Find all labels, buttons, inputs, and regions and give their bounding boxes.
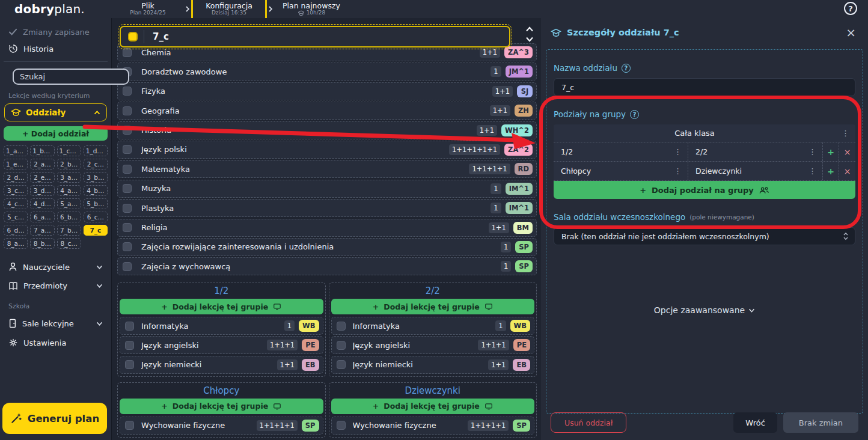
breadcrumb-configuration[interactable]: Konfiguracja Dzisiaj 16:35 (193, 0, 265, 18)
class-chip[interactable]: 6_d… (4, 225, 28, 236)
class-chip[interactable]: 2_d… (4, 172, 28, 183)
class-chip[interactable]: 2_c… (84, 159, 108, 170)
subject-checkbox[interactable] (337, 360, 346, 369)
add-lesson-button[interactable]: +Dodaj lekcję tej grupie (331, 299, 535, 314)
subject-checkbox[interactable] (125, 322, 134, 331)
subject-checkbox[interactable] (123, 48, 132, 57)
subject-row[interactable]: Język angielski1+1+1PE (120, 336, 323, 354)
class-chip[interactable]: 1_e_… (4, 159, 28, 170)
class-chip[interactable]: 3_a… (57, 172, 81, 183)
subject-checkbox[interactable] (337, 421, 346, 430)
subject-row[interactable]: Fizyka1+1SJ (117, 82, 537, 100)
kebab-menu-icon[interactable]: ⋮ (668, 147, 688, 156)
room-select[interactable]: Brak (ten oddział nie jest oddziałem wcz… (554, 227, 855, 245)
subject-row[interactable]: Doradztwo zawodowe1JM^1 (117, 63, 537, 81)
subject-row[interactable]: Muzyka1IM^1 (117, 180, 537, 198)
add-group-button[interactable]: + (823, 142, 839, 161)
subject-checkbox[interactable] (125, 360, 134, 369)
breadcrumb-latest-plan[interactable]: Plan najnowszy 10h/28 (274, 0, 349, 18)
search-input[interactable] (13, 69, 129, 85)
delete-class-button[interactable]: Usuń oddział (551, 412, 626, 433)
subject-row[interactable]: Religia1+1BM (117, 219, 537, 237)
subject-row[interactable]: Zajęcia rozwijające zainteresowania i uz… (117, 238, 537, 256)
subject-row[interactable]: Informatyka1WB (331, 317, 535, 335)
split-cell-left[interactable]: 1/2⋮ (554, 142, 688, 161)
subject-row[interactable]: Matematyka1+1+1+1RD (117, 160, 537, 178)
class-name-input[interactable] (554, 78, 855, 96)
class-chip[interactable]: 6_a… (30, 212, 54, 222)
subject-checkbox[interactable] (123, 145, 132, 154)
subject-row[interactable]: Plastyka1IM^1 (117, 199, 537, 217)
split-cell-right[interactable]: Dziewczynki⋮ (688, 162, 823, 180)
kebab-menu-icon[interactable]: ⋮ (802, 147, 822, 156)
subject-checkbox[interactable] (123, 184, 132, 193)
class-chip[interactable]: 4_d… (30, 198, 54, 209)
class-chip[interactable]: 7_b… (57, 225, 81, 236)
class-chip[interactable]: 1_d_… (84, 145, 108, 156)
kebab-menu-icon[interactable]: ⋮ (836, 129, 855, 138)
whole-class-row[interactable]: Cała klasa ⋮ (554, 124, 855, 142)
subject-checkbox[interactable] (123, 242, 132, 251)
generate-plan-button[interactable]: Generuj plan (2, 403, 107, 434)
class-chip[interactable]: 6_b… (57, 212, 81, 222)
subject-checkbox[interactable] (123, 165, 132, 174)
subject-row[interactable]: Język angielski1+1+1PE (331, 336, 535, 354)
class-checkbox[interactable] (128, 32, 138, 41)
subject-row[interactable]: Geografia1+1ZH (117, 102, 537, 120)
advanced-options-toggle[interactable]: Opcje zaawansowane (546, 305, 863, 315)
remove-split-button[interactable]: × (839, 162, 855, 180)
class-chip[interactable]: 3_d… (30, 185, 54, 196)
add-lesson-button[interactable]: +Dodaj lekcję tej grupie (120, 399, 323, 414)
help-icon[interactable]: ? (622, 64, 631, 73)
subject-row[interactable]: Wychowanie fizyczne1+1+1+1SP (120, 417, 323, 435)
class-chip[interactable]: 6_c… (84, 212, 108, 222)
subject-row[interactable]: Wychowanie fizyczne1+1+1+1SP (331, 417, 535, 435)
subject-row[interactable]: Zajęcia z wychowawcą1SP (117, 257, 537, 275)
breadcrumb-file[interactable]: Plik Plan 2024/25 (112, 0, 184, 18)
add-split-button[interactable]: + Dodaj podział na grupy (554, 181, 855, 199)
class-chip[interactable]: 4_b… (84, 185, 108, 196)
class-chip[interactable]: 1_c_… (57, 145, 81, 156)
class-chip[interactable]: 7_a… (30, 225, 54, 236)
sidebar-item-rooms[interactable]: Sale lekcyjne (4, 314, 108, 333)
class-chip[interactable]: 8_a… (4, 238, 28, 249)
kebab-menu-icon[interactable]: ⋮ (668, 167, 688, 176)
subject-checkbox[interactable] (125, 341, 134, 350)
sidebar-item-settings[interactable]: Ustawienia (4, 333, 108, 352)
subject-row[interactable]: Język polski1+1+1+1+1ZA^2 (117, 141, 537, 159)
subject-checkbox[interactable] (123, 87, 132, 96)
remove-split-button[interactable]: × (839, 142, 855, 161)
subject-checkbox[interactable] (123, 106, 132, 115)
split-cell-right[interactable]: 2/2⋮ (688, 142, 823, 161)
class-chip[interactable]: 8_c… (57, 238, 81, 249)
help-icon[interactable]: ? (630, 110, 639, 119)
subject-checkbox[interactable] (123, 223, 132, 232)
close-icon[interactable]: × (843, 28, 858, 37)
class-chip[interactable]: 5_a… (57, 198, 81, 209)
scroll-up-button[interactable] (525, 26, 534, 32)
class-chip[interactable]: 8_b… (30, 238, 54, 249)
subject-checkbox[interactable] (337, 322, 346, 331)
class-chip[interactable]: 7_c (84, 225, 108, 236)
class-chip[interactable]: 2_a… (30, 159, 54, 170)
back-button[interactable]: Wróć (733, 412, 777, 433)
subject-row[interactable]: Język niemiecki1+1EB (120, 356, 323, 374)
sidebar-item-classes[interactable]: Oddziały (4, 103, 107, 121)
subject-checkbox[interactable] (123, 204, 132, 213)
subject-checkbox[interactable] (123, 262, 132, 271)
subject-row[interactable]: Historia1+1WH^2 (117, 121, 537, 139)
class-chip[interactable]: 1_b_… (30, 145, 54, 156)
split-cell-left[interactable]: Chłopcy⋮ (554, 162, 688, 180)
subject-checkbox[interactable] (123, 126, 132, 135)
class-chip[interactable]: 2_b… (57, 159, 81, 170)
sidebar-item-subjects[interactable]: Przedmioty (4, 277, 108, 295)
add-group-button[interactable]: + (823, 162, 839, 180)
add-lesson-button[interactable]: +Dodaj lekcję tej grupie (120, 299, 323, 314)
subject-checkbox[interactable] (125, 421, 134, 430)
class-chip[interactable]: 5_c… (4, 212, 28, 222)
sidebar-item-teachers[interactable]: Nauczyciele (4, 257, 108, 277)
class-chip[interactable]: 1_a_… (4, 145, 28, 156)
class-chip[interactable]: 3_b… (84, 172, 108, 183)
add-class-button[interactable]: + Dodaj oddział (4, 126, 108, 141)
subject-row[interactable]: Informatyka1WB (120, 317, 323, 335)
